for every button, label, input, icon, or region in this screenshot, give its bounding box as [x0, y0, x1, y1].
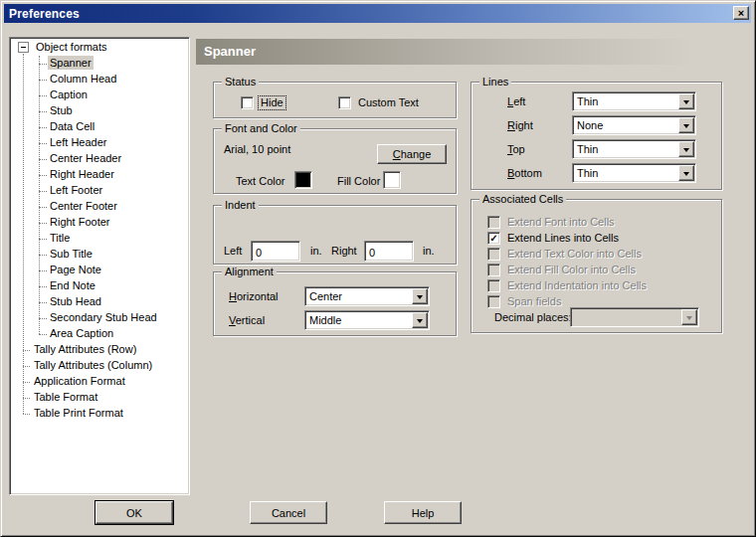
- tree-item-stub-head[interactable]: Stub Head: [10, 294, 189, 310]
- hide-checkbox[interactable]: Hide: [241, 95, 285, 109]
- tree-item-object-formats[interactable]: Object formats: [10, 40, 189, 56]
- ok-button[interactable]: OK: [95, 501, 173, 524]
- vertical-alignment-value: Middle: [309, 314, 341, 326]
- tree-item-label: Tally Attributes (Row): [32, 342, 138, 356]
- line-row-left: LeftThin: [472, 91, 721, 111]
- extend-font-into-cells-checkbox-box: [487, 216, 500, 229]
- tree-item-tally-attributes-column[interactable]: Tally Attributes (Column): [10, 358, 189, 374]
- cancel-button[interactable]: Cancel: [250, 501, 327, 524]
- hide-checkbox-box[interactable]: [241, 96, 254, 109]
- status-group: Status Hide Custom Text: [213, 82, 457, 118]
- change-font-button[interactable]: Change: [377, 144, 447, 164]
- span-fields-checkbox: Span fields: [487, 294, 563, 308]
- collapse-minus-icon[interactable]: [18, 42, 29, 53]
- tree-item-label: Object formats: [34, 40, 109, 54]
- text-color-label: Text Color: [236, 175, 285, 188]
- tree-item-label: Column Head: [48, 72, 118, 86]
- fill-color-swatch[interactable]: [383, 171, 401, 189]
- tree-item-area-caption[interactable]: Area Caption: [10, 326, 189, 342]
- tree-item-left-header[interactable]: Left Header: [10, 135, 189, 151]
- indent-legend: Indent: [222, 199, 259, 211]
- line-left-select[interactable]: Thin: [572, 91, 696, 111]
- tree-item-label: Sub Title: [48, 247, 94, 261]
- tree-item-data-cell[interactable]: Data Cell: [10, 119, 189, 135]
- close-button[interactable]: ×: [733, 6, 749, 20]
- indent-group: Indent Left in. Right in.: [213, 205, 457, 265]
- tree-item-label: Application Format: [32, 374, 127, 388]
- tree-item-label: Left Header: [48, 135, 108, 149]
- extend-font-into-cells-checkbox: Extend Font into Cells: [487, 215, 617, 229]
- tree-item-end-note[interactable]: End Note: [10, 278, 189, 294]
- extend-font-into-cells-checkbox-label: Extend Font into Cells: [505, 216, 617, 229]
- tree-item-center-footer[interactable]: Center Footer: [10, 199, 189, 215]
- alignment-legend: Alignment: [222, 266, 277, 277]
- tree-item-label: Stub: [48, 103, 75, 117]
- tree-item-center-header[interactable]: Center Header: [10, 151, 189, 167]
- line-right-select[interactable]: None: [572, 115, 696, 135]
- tree-item-secondary-stub-head[interactable]: Secondary Stub Head: [10, 310, 189, 326]
- chevron-down-icon[interactable]: [678, 165, 694, 181]
- vertical-alignment-select[interactable]: Middle: [304, 310, 430, 330]
- titlebar[interactable]: Preferences ×: [4, 4, 751, 23]
- custom-text-checkbox[interactable]: Custom Text: [338, 95, 421, 109]
- custom-text-checkbox-label: Custom Text: [356, 96, 421, 109]
- line-row-bottom: BottomThin: [472, 163, 721, 183]
- chevron-down-icon[interactable]: [412, 288, 428, 304]
- line-top-select-value: Thin: [577, 143, 598, 155]
- extend-lines-into-cells-checkbox[interactable]: ✓Extend Lines into Cells: [487, 231, 621, 245]
- tree-item-left-footer[interactable]: Left Footer: [10, 183, 189, 199]
- horizontal-alignment-select[interactable]: Center: [304, 286, 430, 306]
- tree-item-application-format[interactable]: Application Format: [10, 374, 189, 390]
- line-top-select[interactable]: Thin: [572, 139, 696, 159]
- vertical-alignment-label: Vertical: [229, 310, 265, 330]
- line-top-label: Top: [507, 139, 525, 159]
- extend-indentation-into-cells-checkbox-box: [487, 279, 500, 292]
- tree-item-sub-title[interactable]: Sub Title: [10, 247, 189, 263]
- tree-item-page-note[interactable]: Page Note: [10, 263, 189, 278]
- tree-item-label: Caption: [48, 88, 90, 101]
- associated-cells-legend: Associated Cells: [479, 193, 566, 205]
- extend-indentation-into-cells-checkbox: Extend Indentation into Cells: [487, 278, 649, 292]
- line-bottom-label: Bottom: [507, 163, 542, 183]
- tree-item-label: Table Format: [32, 390, 99, 404]
- extend-lines-into-cells-checkbox-box[interactable]: ✓: [487, 232, 500, 245]
- tree-item-tally-attributes-row[interactable]: Tally Attributes (Row): [10, 342, 189, 358]
- chevron-down-icon[interactable]: [678, 141, 694, 157]
- indent-left-unit: in.: [310, 245, 322, 258]
- tree-item-right-footer[interactable]: Right Footer: [10, 215, 189, 231]
- line-left-label: Left: [507, 91, 525, 111]
- tree-item-table-format[interactable]: Table Format: [10, 390, 189, 406]
- tree-item-table-print-format[interactable]: Table Print Format: [10, 406, 189, 422]
- line-right-label: Right: [507, 115, 533, 135]
- tree-rows: Object formatsSpannerColumn HeadCaptionS…: [10, 40, 189, 422]
- change-font-button-label: Change: [393, 148, 432, 160]
- cancel-button-label: Cancel: [272, 507, 305, 519]
- tree-item-right-header[interactable]: Right Header: [10, 167, 189, 183]
- fill-color-swatch-fill: [385, 173, 399, 187]
- horizontal-alignment-label: Horizontal: [229, 286, 279, 306]
- help-button[interactable]: Help: [384, 501, 462, 524]
- line-row-top: TopThin: [472, 139, 721, 159]
- chevron-down-icon[interactable]: [678, 93, 694, 109]
- indent-right-unit: in.: [423, 245, 435, 258]
- text-color-swatch[interactable]: [294, 171, 312, 189]
- indent-right-input[interactable]: [364, 241, 414, 262]
- tree-item-spanner[interactable]: Spanner: [10, 56, 189, 72]
- format-tree[interactable]: Object formatsSpannerColumn HeadCaptionS…: [9, 37, 190, 495]
- tree-item-label: Title: [48, 231, 72, 245]
- indent-left-label: Left: [224, 245, 242, 258]
- hide-checkbox-label: Hide: [259, 96, 285, 109]
- indent-left-input[interactable]: [251, 241, 300, 262]
- tree-item-caption[interactable]: Caption: [10, 88, 189, 103]
- tree-item-title[interactable]: Title: [10, 231, 189, 247]
- tree-item-column-head[interactable]: Column Head: [10, 72, 189, 88]
- tree-item-stub[interactable]: Stub: [10, 103, 189, 119]
- fill-color-label: Fill Color: [337, 175, 380, 188]
- custom-text-checkbox-box[interactable]: [338, 96, 351, 109]
- chevron-down-icon[interactable]: [678, 117, 694, 133]
- chevron-down-icon[interactable]: [412, 312, 428, 328]
- tree-item-label: Area Caption: [48, 326, 115, 340]
- alignment-group: Horizontal Alignment Center Vertical Mid…: [213, 271, 457, 336]
- line-bottom-select[interactable]: Thin: [572, 163, 696, 183]
- font-color-legend: Font and Color: [222, 122, 300, 134]
